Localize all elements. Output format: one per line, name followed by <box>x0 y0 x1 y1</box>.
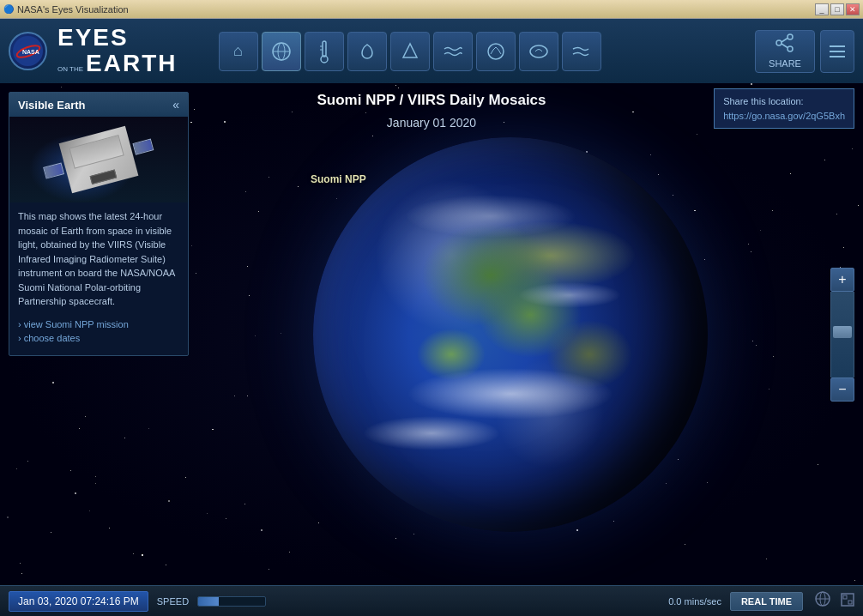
speed-bar[interactable] <box>197 596 266 607</box>
globe-status-icon <box>815 591 830 611</box>
ozone-nav-button[interactable] <box>519 32 558 71</box>
svg-point-14 <box>788 46 793 51</box>
svg-rect-6 <box>323 41 326 57</box>
precipitation-nav-button[interactable] <box>347 32 387 71</box>
temperature-nav-button[interactable] <box>305 32 344 71</box>
svg-point-10 <box>488 44 504 59</box>
choose-dates-link[interactable]: choose dates <box>18 333 179 343</box>
earth-text: EARTH <box>86 50 177 77</box>
zoom-out-button[interactable]: − <box>830 377 854 402</box>
content-area: Suomi NPP / VIIRS Daily Mosaics January … <box>0 83 863 585</box>
share-location-box: Share this location: https://go.nasa.gov… <box>714 88 854 129</box>
on-the-label: ON THE <box>57 65 83 73</box>
speed-bar-fill <box>198 597 219 606</box>
nav-icons: ⌂ <box>219 32 601 71</box>
title-bar: 🔵 NASA's Eyes Visualization _ □ ✕ <box>0 0 863 19</box>
share-icon <box>775 33 794 57</box>
share-button[interactable]: SHARE <box>755 30 815 73</box>
satellite-image <box>59 126 139 194</box>
realtime-button[interactable]: REAL TIME <box>730 592 803 611</box>
carbon-nav-button[interactable] <box>390 32 430 71</box>
menu-button[interactable] <box>820 30 854 73</box>
datetime-display: Jan 03, 2020 07:24:16 PM <box>9 591 148 612</box>
share-location-label: Share this location: <box>723 94 845 109</box>
svg-point-11 <box>530 45 547 57</box>
svg-rect-25 <box>848 601 852 604</box>
globe-nav-button[interactable] <box>262 32 301 71</box>
maximize-button[interactable]: □ <box>830 3 844 15</box>
eyes-text: EYES <box>57 26 129 50</box>
view-mission-link[interactable]: view Suomi NPP mission <box>18 319 179 329</box>
satellite-label: Suomi NPP <box>311 173 366 185</box>
close-button[interactable]: ✕ <box>846 3 860 15</box>
svg-line-15 <box>782 39 788 43</box>
sidebar-collapse-button[interactable]: « <box>172 98 179 112</box>
svg-point-12 <box>788 34 793 39</box>
window-controls: _ □ ✕ <box>815 3 860 15</box>
zoom-in-button[interactable]: + <box>830 268 854 292</box>
zoom-slider[interactable] <box>830 292 854 377</box>
nav-right: SHARE <box>755 30 854 73</box>
share-location-url: https://go.nasa.gov/2qG5Bxh <box>723 109 845 124</box>
sidebar-header: Visible Earth « <box>9 93 188 117</box>
zoom-controls: + − <box>830 268 854 402</box>
nasa-logo-inner: NASA <box>13 36 43 66</box>
speed-value: 0.0 mins/sec <box>668 596 721 607</box>
wind-nav-button[interactable] <box>562 32 601 71</box>
fullscreen-button[interactable] <box>841 593 854 610</box>
svg-point-13 <box>776 40 782 45</box>
page-date: January 01 2020 <box>387 116 476 130</box>
page-title: Suomi NPP / VIIRS Daily Mosaics <box>317 92 546 109</box>
home-nav-button[interactable]: ⌂ <box>219 32 258 71</box>
sidebar-links: view Suomi NPP mission choose dates <box>9 316 188 355</box>
minimize-button[interactable]: _ <box>815 3 829 15</box>
share-label: SHARE <box>769 58 801 69</box>
sidebar-thumbnail <box>9 117 188 202</box>
sidebar: Visible Earth « This map shows the lates… <box>9 92 189 356</box>
sidebar-title: Visible Earth <box>18 99 86 112</box>
svg-line-16 <box>782 44 788 48</box>
humidity-nav-button[interactable] <box>476 32 516 71</box>
nav-bar: NASA EYES ON THE EARTH ⌂ <box>0 19 863 83</box>
water-nav-button[interactable] <box>433 32 473 71</box>
svg-rect-24 <box>843 595 847 599</box>
svg-text:NASA: NASA <box>22 49 39 55</box>
speed-label: SPEED <box>157 596 189 607</box>
eyes-logo: EYES ON THE EARTH <box>57 26 178 77</box>
window-title: 🔵 NASA's Eyes Visualization <box>3 4 129 15</box>
zoom-handle[interactable] <box>833 326 852 338</box>
sidebar-description: This map shows the latest 24-hour mosaic… <box>9 202 188 316</box>
earth-globe[interactable] <box>313 137 708 532</box>
status-bar: Jan 03, 2020 07:24:16 PM SPEED 0.0 mins/… <box>0 585 863 616</box>
nasa-logo: NASA <box>9 32 47 70</box>
